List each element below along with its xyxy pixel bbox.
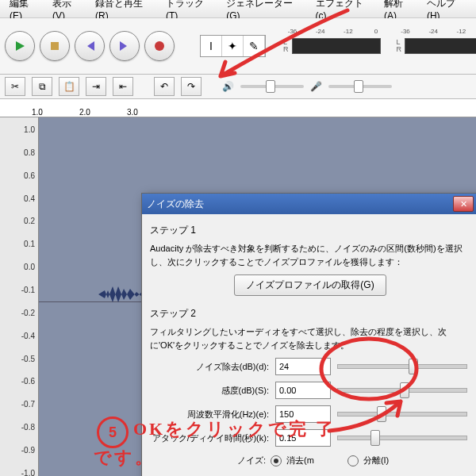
dialog-titlebar[interactable]: ノイズの除去 ✕ — [142, 194, 476, 214]
remove-radio-label: 消去(m — [286, 455, 314, 466]
tool-palette: I ✦ ✎ — [200, 35, 266, 57]
timeline-ruler[interactable]: 1.02.03.0 — [0, 99, 476, 117]
play-button[interactable] — [5, 31, 35, 61]
output-meter: LR -36-24-120 — [283, 38, 381, 54]
toolbar-edit: ✂ ⧉ 📋 ⇥ ⇤ ↶ ↷ 🔊 🎤 — [0, 75, 476, 99]
svg-point-1 — [155, 41, 164, 51]
noise-reduction-input[interactable] — [275, 358, 331, 375]
sensitivity-slider[interactable] — [337, 388, 467, 393]
freq-smoothing-slider[interactable] — [337, 412, 467, 416]
cut-button[interactable]: ✂ — [5, 77, 25, 96]
get-noise-profile-button[interactable]: ノイズプロファイルの取得(G) — [234, 274, 386, 296]
draw-tool-icon[interactable]: ✎ — [244, 36, 265, 56]
envelope-tool-icon[interactable]: ✦ — [222, 36, 244, 56]
step1-label: ステップ 1 — [150, 224, 470, 237]
noise-reduction-label: ノイズ除去(dB)(d): — [150, 361, 269, 373]
step1-text: Audacity が除去すべき対象を判断するために、ノイズのみの区間(数秒間)を… — [150, 242, 470, 268]
amplitude-scale: 1.00.80.60.4 0.20.10.0-0.1 -0.2-0.4-0.5-… — [0, 117, 39, 476]
sensitivity-input[interactable] — [275, 382, 331, 399]
annotation-text-1: OKをクリックで完 了 — [133, 417, 336, 441]
annotation-text-2: です。 — [94, 446, 155, 470]
input-volume-slider[interactable] — [328, 85, 392, 88]
output-volume-slider[interactable] — [240, 85, 304, 88]
step2-label: ステップ 2 — [150, 307, 470, 321]
undo-button[interactable]: ↶ — [154, 77, 175, 96]
mic-icon: 🎤 — [310, 81, 322, 92]
dialog-title: ノイズの除去 — [147, 198, 204, 211]
isolate-radio[interactable] — [347, 455, 359, 466]
stop-button[interactable] — [40, 31, 70, 61]
menubar: 編集(E) 表示(V) 録音と再生(R) トラック(T) ジェネレーター(G) … — [0, 0, 476, 18]
attack-decay-slider[interactable] — [337, 436, 467, 440]
skip-start-button[interactable] — [75, 31, 105, 61]
remove-radio[interactable] — [271, 455, 282, 466]
step2-text: フィルタリングしたいオーディオをすべて選択し、除去の程度を選択し、次に'OK'を… — [150, 325, 470, 351]
isolate-radio-label: 分離(I) — [363, 455, 389, 466]
paste-button[interactable]: 📋 — [59, 77, 79, 96]
skip-end-button[interactable] — [109, 31, 140, 61]
noise-mode-label: ノイズ: — [237, 455, 266, 466]
speaker-icon: 🔊 — [222, 81, 234, 92]
waveform-clip — [98, 282, 146, 306]
input-meter: LR -36-24-120 — [397, 38, 477, 54]
close-icon[interactable]: ✕ — [453, 196, 474, 212]
svg-rect-0 — [51, 42, 59, 50]
copy-button[interactable]: ⧉ — [32, 77, 52, 96]
toolbar-transport: I ✦ ✎ LR -36-24-120 LR -36-24-120 — [0, 18, 476, 75]
redo-button[interactable]: ↷ — [181, 77, 202, 96]
noise-reduction-slider[interactable] — [337, 364, 467, 369]
trim-button[interactable]: ⇥ — [86, 77, 106, 96]
silence-button[interactable]: ⇤ — [113, 77, 133, 96]
sensitivity-label: 感度(dB)(S): — [150, 385, 269, 397]
selection-tool-icon[interactable]: I — [201, 36, 222, 56]
record-button[interactable] — [144, 31, 175, 61]
